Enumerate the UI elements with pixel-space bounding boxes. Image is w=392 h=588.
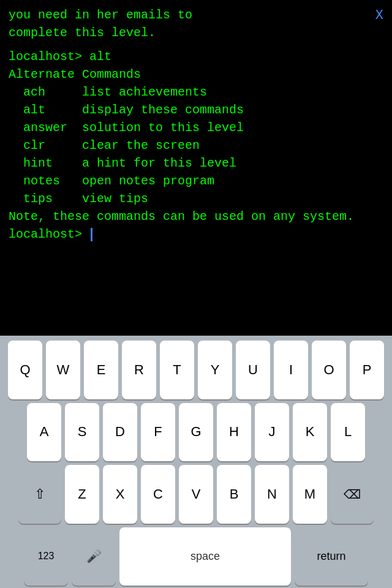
key-y[interactable]: Y bbox=[198, 341, 232, 399]
close-button[interactable]: X bbox=[375, 6, 383, 26]
keyboard: QWERTYUIOP ASDFGHJKL ⇧ ZXCVBNM⌫ 123 🎤 sp… bbox=[0, 336, 392, 588]
command-row: alt display these commands bbox=[9, 101, 383, 119]
key-u[interactable]: U bbox=[236, 341, 270, 399]
command-row: answer solution to this level bbox=[9, 119, 383, 137]
key-j[interactable]: J bbox=[255, 403, 289, 462]
keyboard-row-3: ⇧ ZXCVBNM⌫ bbox=[2, 465, 390, 524]
command-row: notes open notes program bbox=[9, 172, 383, 190]
key-e[interactable]: E bbox=[84, 341, 118, 399]
terminal-line-2: complete this level. bbox=[9, 24, 383, 42]
cursor bbox=[91, 228, 92, 241]
backspace-key[interactable]: ⌫ bbox=[331, 465, 374, 524]
keyboard-row-2: ASDFGHJKL bbox=[2, 403, 390, 462]
key-p[interactable]: P bbox=[350, 341, 384, 399]
command-row: tips view tips bbox=[9, 190, 383, 208]
key-t[interactable]: T bbox=[160, 341, 194, 399]
key-o[interactable]: O bbox=[312, 341, 346, 399]
key-l[interactable]: L bbox=[331, 403, 365, 462]
mic-icon: 🎤 bbox=[86, 549, 102, 564]
command-row: ach list achievements bbox=[9, 83, 383, 101]
terminal-screen: you need in her emails to complete this … bbox=[0, 0, 392, 336]
key-q[interactable]: Q bbox=[8, 341, 42, 399]
terminal-alt-header: Alternate Commands bbox=[9, 66, 383, 83]
key-z[interactable]: Z bbox=[65, 465, 99, 524]
keyboard-row-4: 123 🎤 space return bbox=[2, 527, 390, 586]
key-w[interactable]: W bbox=[46, 341, 80, 399]
key-a[interactable]: A bbox=[27, 403, 61, 462]
terminal-note: Note, these commands can be used on any … bbox=[9, 208, 383, 225]
shift-key[interactable]: ⇧ bbox=[18, 465, 61, 524]
key-b[interactable]: B bbox=[217, 465, 251, 524]
terminal-prompt: localhost> bbox=[9, 225, 383, 243]
command-row: clr clear the screen bbox=[9, 137, 383, 154]
key-n[interactable]: N bbox=[255, 465, 289, 524]
key-h[interactable]: H bbox=[217, 403, 251, 462]
terminal-line-1: you need in her emails to bbox=[9, 6, 383, 24]
return-key[interactable]: return bbox=[295, 527, 368, 586]
key-r[interactable]: R bbox=[122, 341, 156, 399]
mic-key[interactable]: 🎤 bbox=[72, 527, 116, 586]
terminal-cmd-line: localhost> alt bbox=[9, 48, 383, 66]
key-x[interactable]: X bbox=[103, 465, 137, 524]
command-row: hint a hint for this level bbox=[9, 154, 383, 172]
key-m[interactable]: M bbox=[293, 465, 327, 524]
keyboard-row-1: QWERTYUIOP bbox=[2, 341, 390, 399]
key-d[interactable]: D bbox=[103, 403, 137, 462]
shift-icon: ⇧ bbox=[34, 486, 45, 502]
space-key[interactable]: space bbox=[119, 527, 291, 586]
key-g[interactable]: G bbox=[179, 403, 213, 462]
key-f[interactable]: F bbox=[141, 403, 175, 462]
key-v[interactable]: V bbox=[179, 465, 213, 524]
numbers-key[interactable]: 123 bbox=[24, 527, 68, 586]
backspace-icon: ⌫ bbox=[344, 487, 361, 502]
commands-list: ach list achievements alt display these … bbox=[9, 83, 383, 208]
key-c[interactable]: C bbox=[141, 465, 175, 524]
key-k[interactable]: K bbox=[293, 403, 327, 462]
key-s[interactable]: S bbox=[65, 403, 99, 462]
key-i[interactable]: I bbox=[274, 341, 308, 399]
